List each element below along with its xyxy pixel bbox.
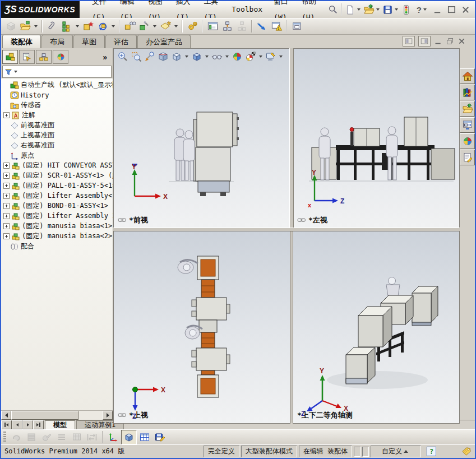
open-button[interactable] xyxy=(363,3,382,16)
new-motion-study-button[interactable] xyxy=(185,20,200,33)
viewport-top[interactable]: X Z *上视 xyxy=(113,231,290,424)
close-child-button[interactable] xyxy=(457,37,466,45)
propertymanager-tab[interactable] xyxy=(19,50,35,64)
swirl-tool-button[interactable] xyxy=(9,430,24,444)
move-component-button[interactable] xyxy=(95,20,110,33)
isolate-button[interactable] xyxy=(289,20,304,33)
expand-toggle[interactable] xyxy=(3,233,10,239)
next-tab-button[interactable] xyxy=(22,420,33,429)
shaded-view-button[interactable] xyxy=(121,430,137,444)
dropdown-caret[interactable] xyxy=(357,8,361,11)
rebuild-button[interactable] xyxy=(400,3,412,16)
status-custom-dropdown[interactable]: 自定义 xyxy=(371,446,421,457)
view-palette-button[interactable] xyxy=(460,117,475,133)
close-button[interactable] xyxy=(461,5,470,15)
search-button[interactable] xyxy=(327,3,339,16)
filter-dropdown-caret[interactable] xyxy=(14,71,17,73)
dropdown-caret-up[interactable] xyxy=(404,450,408,453)
tab-layout[interactable]: 布局 xyxy=(41,35,73,48)
tree-item-component[interactable]: (固定) Lifter Assembly<1> xyxy=(1,191,113,201)
view-triad-button[interactable] xyxy=(106,430,121,444)
pencil-tool-button[interactable] xyxy=(39,430,54,444)
dropdown-caret[interactable] xyxy=(395,8,398,11)
tree-item-history[interactable]: History xyxy=(1,90,113,100)
restore-child-button[interactable] xyxy=(446,37,454,45)
file-explorer-button[interactable] xyxy=(460,101,475,117)
scroll-right-button[interactable] xyxy=(103,411,113,420)
dropdown-caret[interactable] xyxy=(423,8,427,11)
tree-item-root[interactable]: 自动生产线 (默认<默认_显示状 xyxy=(1,80,113,90)
last-tab-button[interactable] xyxy=(33,420,44,429)
minimize-child-button[interactable] xyxy=(434,37,442,45)
show-hidden-components-button[interactable] xyxy=(122,20,137,33)
menu-toolbox[interactable]: Toolbox xyxy=(226,2,268,17)
toolbar-grip[interactable] xyxy=(3,432,6,443)
lines-tool-button[interactable] xyxy=(54,430,69,444)
expand-toggle[interactable] xyxy=(3,223,10,229)
expand-toggle[interactable] xyxy=(3,203,10,209)
tree-item-component[interactable]: (固定) Lifter Assembly 2n xyxy=(1,211,113,221)
new-document-button[interactable] xyxy=(344,3,363,16)
maximize-button[interactable] xyxy=(447,5,456,15)
scroll-thumb[interactable] xyxy=(11,411,78,420)
viewport-isometric[interactable]: Y X Z *上下二等角轴测 xyxy=(293,231,460,424)
dropdown-caret[interactable] xyxy=(112,25,115,27)
reference-geometry-button[interactable] xyxy=(158,20,173,33)
open-part-button[interactable] xyxy=(18,20,33,33)
tile-left-button[interactable] xyxy=(403,36,415,47)
tab-model[interactable]: 模型 xyxy=(45,420,75,429)
tab-evaluate[interactable]: 评估 xyxy=(105,35,137,48)
appearances-scenes-button[interactable] xyxy=(460,133,475,149)
insert-component-button[interactable] xyxy=(3,20,18,33)
tree-item-component[interactable]: (固定) BOND-01-ASSY<1> ( xyxy=(1,201,113,211)
assembly-features-button[interactable] xyxy=(137,20,151,33)
explode-line-sketch-button[interactable] xyxy=(234,20,249,33)
tile-right-button[interactable] xyxy=(418,36,431,47)
tab-office-products[interactable]: 办公室产品 xyxy=(137,35,191,48)
tree-item-component[interactable]: (固定) manusia biasa<2> ( xyxy=(1,231,113,242)
save-button[interactable] xyxy=(382,3,400,16)
previous-tab-button[interactable] xyxy=(12,420,22,429)
tab-assembly[interactable]: 装配体 xyxy=(2,35,41,48)
exploded-view-button[interactable] xyxy=(220,20,234,33)
expand-toggle[interactable] xyxy=(3,213,10,219)
design-library-button[interactable] xyxy=(460,85,475,100)
smart-fasteners-button[interactable] xyxy=(81,20,95,33)
panel-overflow-chevron[interactable]: » xyxy=(98,53,112,62)
tree-item-component[interactable]: (固定) PALL-01-ASSY-5<1> xyxy=(1,181,113,191)
viewport-front[interactable]: Y X *前视 xyxy=(113,48,290,229)
configurationmanager-tab[interactable] xyxy=(36,50,52,64)
dropdown-caret[interactable] xyxy=(153,25,156,27)
tree-item-annotations[interactable]: 注解 xyxy=(1,110,113,120)
tree-filter-bar[interactable] xyxy=(2,66,112,78)
stack-tool-button[interactable] xyxy=(24,430,39,444)
solidworks-resources-button[interactable] xyxy=(460,68,475,84)
expand-toggle[interactable] xyxy=(3,163,10,169)
dropdown-caret[interactable] xyxy=(174,25,178,27)
save-edit-button[interactable] xyxy=(152,430,167,444)
displaymanager-tab[interactable] xyxy=(53,50,68,64)
scroll-left-button[interactable] xyxy=(1,411,11,420)
help-button[interactable]: ? xyxy=(417,5,428,15)
assembly-xpert-button[interactable] xyxy=(269,20,284,33)
featuremanager-tab[interactable] xyxy=(2,50,18,64)
bill-of-materials-button[interactable] xyxy=(205,20,220,33)
expand-toggle[interactable] xyxy=(3,183,10,189)
tag-icon[interactable] xyxy=(461,446,472,457)
tree-item-component[interactable]: (固定) manusia biasa<1> ( xyxy=(1,221,113,231)
tree-item-top-plane[interactable]: 上视基准面 xyxy=(1,131,113,141)
tree-item-mates[interactable]: 配合 xyxy=(1,242,113,252)
transfer-tool-button[interactable] xyxy=(85,430,99,444)
linear-pattern-button[interactable] xyxy=(59,20,74,33)
expand-toggle[interactable] xyxy=(3,173,10,179)
first-tab-button[interactable] xyxy=(1,420,12,429)
tree-item-component[interactable]: (固定) SCR-01-ASSY<1> (默 xyxy=(1,171,113,181)
dropdown-caret[interactable] xyxy=(76,25,79,27)
expand-toggle[interactable] xyxy=(3,193,10,199)
tree-item-front-plane[interactable]: 前视基准面 xyxy=(1,120,113,131)
tree-item-component[interactable]: (固定) HIT CONVEYOR ASSY< xyxy=(1,161,113,171)
tree-item-sensors[interactable]: 传感器 xyxy=(1,100,113,110)
viewport-left[interactable]: Y Z x *左视 xyxy=(293,48,460,229)
tree-item-right-plane[interactable]: 右视基准面 xyxy=(1,141,113,151)
tree-item-origin[interactable]: 原点 xyxy=(1,151,113,161)
